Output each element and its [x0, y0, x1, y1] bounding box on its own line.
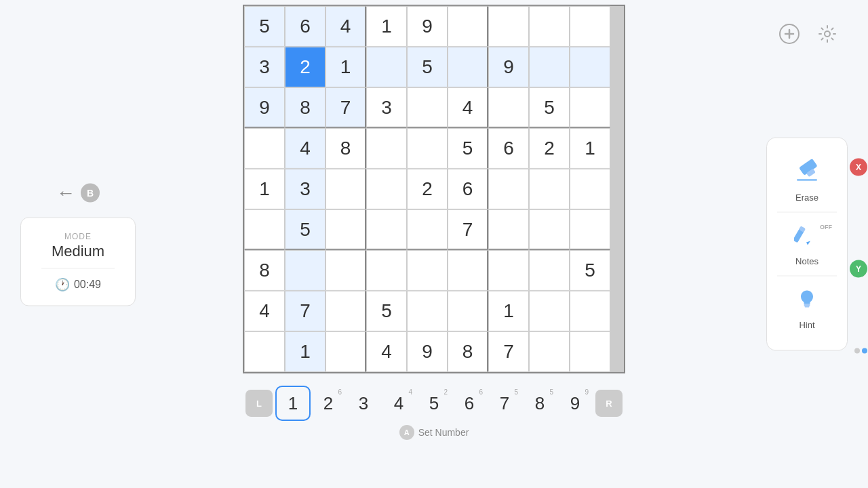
- sudoku-cell[interactable]: 9: [244, 87, 285, 128]
- sudoku-cell[interactable]: [326, 250, 366, 291]
- sudoku-cell[interactable]: [244, 209, 285, 250]
- sudoku-cell[interactable]: [529, 6, 570, 47]
- sudoku-cell[interactable]: [570, 209, 610, 250]
- sudoku-cell[interactable]: [285, 250, 326, 291]
- sudoku-cell[interactable]: 5: [570, 250, 610, 291]
- sudoku-cell[interactable]: 2: [529, 128, 570, 169]
- sudoku-cell[interactable]: [244, 128, 285, 169]
- sudoku-cell[interactable]: [244, 331, 285, 372]
- sudoku-cell[interactable]: [488, 250, 529, 291]
- sudoku-cell[interactable]: 7: [326, 87, 366, 128]
- sudoku-cell[interactable]: [570, 47, 610, 87]
- sudoku-cell[interactable]: 3: [244, 47, 285, 87]
- sudoku-cell[interactable]: 5: [407, 47, 448, 87]
- erase-tool[interactable]: Erase: [774, 149, 840, 212]
- sudoku-cell[interactable]: [407, 209, 448, 250]
- sudoku-cell[interactable]: [529, 291, 570, 331]
- sudoku-cell[interactable]: 1: [244, 169, 285, 209]
- sudoku-cell[interactable]: 3: [285, 169, 326, 209]
- picker-number[interactable]: 99: [557, 386, 593, 421]
- sudoku-cell[interactable]: [570, 6, 610, 47]
- sudoku-cell[interactable]: 5: [529, 87, 570, 128]
- sudoku-cell[interactable]: [529, 250, 570, 291]
- sudoku-cell[interactable]: [366, 169, 407, 209]
- sudoku-cell[interactable]: 4: [285, 128, 326, 169]
- sudoku-cell[interactable]: [366, 209, 407, 250]
- sudoku-cell[interactable]: [570, 87, 610, 128]
- picker-number[interactable]: 66: [452, 386, 487, 421]
- sudoku-cell[interactable]: 7: [285, 291, 326, 331]
- sudoku-cell[interactable]: [488, 87, 529, 128]
- sudoku-cell[interactable]: [570, 331, 610, 372]
- x-badge[interactable]: X: [850, 159, 867, 176]
- sudoku-cell[interactable]: 6: [488, 128, 529, 169]
- sudoku-cell[interactable]: [326, 169, 366, 209]
- sudoku-cell[interactable]: [488, 209, 529, 250]
- sudoku-cell[interactable]: 9: [407, 6, 448, 47]
- sudoku-cell[interactable]: [448, 6, 488, 47]
- sudoku-cell[interactable]: 6: [285, 6, 326, 47]
- sudoku-cell[interactable]: [326, 209, 366, 250]
- sudoku-cell[interactable]: [366, 128, 407, 169]
- sudoku-cell[interactable]: [366, 47, 407, 87]
- notes-tool[interactable]: OFF Notes: [774, 213, 840, 276]
- picker-number[interactable]: 58: [522, 386, 557, 421]
- sudoku-cell[interactable]: [448, 47, 488, 87]
- sudoku-grid[interactable]: 564193215998734548562113265785475114987: [243, 5, 625, 373]
- sudoku-cell[interactable]: 5: [285, 209, 326, 250]
- picker-number[interactable]: 3: [346, 386, 381, 421]
- sudoku-cell[interactable]: 3: [366, 87, 407, 128]
- picker-left-button[interactable]: L: [245, 390, 273, 417]
- sudoku-cell[interactable]: 1: [285, 331, 326, 372]
- sudoku-cell[interactable]: 4: [448, 87, 488, 128]
- sudoku-cell[interactable]: 5: [366, 291, 407, 331]
- sudoku-cell[interactable]: 2: [407, 169, 448, 209]
- sudoku-cell[interactable]: [326, 291, 366, 331]
- sudoku-cell[interactable]: [448, 291, 488, 331]
- picker-number[interactable]: 57: [487, 386, 522, 421]
- sudoku-cell[interactable]: [407, 87, 448, 128]
- y-badge[interactable]: Y: [850, 260, 867, 278]
- picker-number[interactable]: 44: [381, 386, 416, 421]
- sudoku-cell[interactable]: 1: [570, 128, 610, 169]
- sudoku-cell[interactable]: [326, 331, 366, 372]
- sudoku-cell[interactable]: 5: [244, 6, 285, 47]
- sudoku-cell[interactable]: 4: [366, 331, 407, 372]
- sudoku-cell[interactable]: [529, 169, 570, 209]
- settings-button[interactable]: [814, 20, 841, 47]
- picker-number[interactable]: 1: [275, 386, 311, 421]
- sudoku-cell[interactable]: 8: [448, 331, 488, 372]
- sudoku-cell[interactable]: [448, 250, 488, 291]
- sudoku-cell[interactable]: 4: [326, 6, 366, 47]
- sudoku-cell[interactable]: 9: [488, 47, 529, 87]
- picker-number[interactable]: 25: [416, 386, 452, 421]
- hint-tool[interactable]: Hint: [774, 277, 840, 340]
- picker-number[interactable]: 62: [311, 386, 346, 421]
- sudoku-cell[interactable]: [529, 47, 570, 87]
- sudoku-cell[interactable]: [488, 6, 529, 47]
- add-button[interactable]: [776, 20, 803, 47]
- sudoku-cell[interactable]: [407, 291, 448, 331]
- sudoku-cell[interactable]: [488, 169, 529, 209]
- sudoku-cell[interactable]: 2: [285, 47, 326, 87]
- sudoku-cell[interactable]: [570, 169, 610, 209]
- sudoku-cell[interactable]: [529, 209, 570, 250]
- sudoku-cell[interactable]: 7: [488, 331, 529, 372]
- sudoku-cell[interactable]: [407, 250, 448, 291]
- sudoku-cell[interactable]: 8: [285, 87, 326, 128]
- sudoku-cell[interactable]: 5: [448, 128, 488, 169]
- sudoku-cell[interactable]: 1: [366, 6, 407, 47]
- sudoku-cell[interactable]: 8: [244, 250, 285, 291]
- picker-right-button[interactable]: R: [595, 390, 623, 417]
- back-button[interactable]: ← B: [56, 182, 100, 204]
- sudoku-cell[interactable]: 8: [326, 128, 366, 169]
- sudoku-cell[interactable]: 1: [488, 291, 529, 331]
- sudoku-cell[interactable]: 6: [448, 169, 488, 209]
- sudoku-cell[interactable]: [407, 128, 448, 169]
- sudoku-cell[interactable]: 9: [407, 331, 448, 372]
- sudoku-cell[interactable]: [529, 331, 570, 372]
- sudoku-cell[interactable]: [366, 250, 407, 291]
- sudoku-cell[interactable]: 1: [326, 47, 366, 87]
- sudoku-cell[interactable]: [570, 291, 610, 331]
- sudoku-cell[interactable]: 7: [448, 209, 488, 250]
